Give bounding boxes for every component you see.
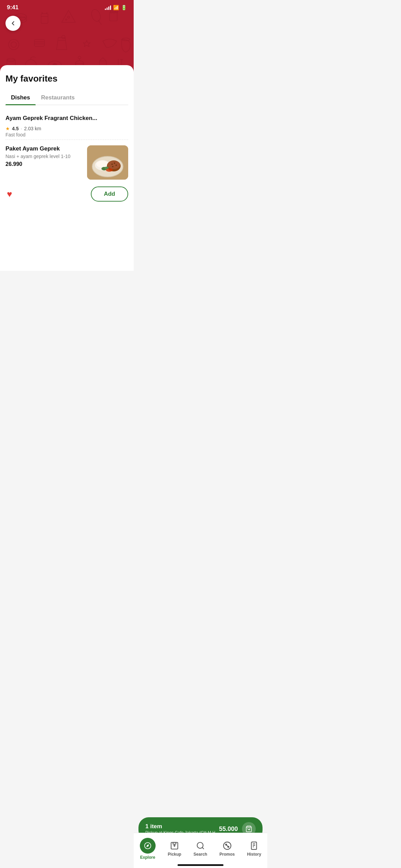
svg-point-7 <box>68 16 70 18</box>
star-icon: ★ <box>5 126 10 131</box>
back-button[interactable] <box>5 16 21 31</box>
svg-point-44 <box>108 161 120 169</box>
svg-point-42 <box>96 161 109 168</box>
status-bar: 9:41 📶 🔋 <box>0 0 134 13</box>
svg-point-46 <box>114 162 115 164</box>
status-time: 9:41 <box>7 4 19 11</box>
svg-point-51 <box>106 168 113 172</box>
svg-point-16 <box>11 42 16 47</box>
svg-point-48 <box>112 166 113 167</box>
svg-point-47 <box>116 165 117 166</box>
add-to-cart-button[interactable]: Add <box>91 186 128 202</box>
restaurant-rating: 4.5 <box>12 126 19 131</box>
signal-icon <box>105 5 111 10</box>
wifi-icon: 📶 <box>113 5 119 10</box>
restaurant-meta: ★ 4.5 · 2.03 km <box>5 126 41 131</box>
dish-item: Paket Ayam Geprek Nasi + ayam geprek lev… <box>5 140 128 185</box>
svg-rect-17 <box>34 39 45 46</box>
svg-point-15 <box>9 39 19 50</box>
svg-point-8 <box>65 19 67 20</box>
svg-rect-11 <box>110 12 117 21</box>
tabs-container: Dishes Restaurants <box>5 91 128 105</box>
dish-actions: ♥ Add <box>5 185 128 207</box>
dish-image <box>87 145 128 180</box>
restaurant-name: Ayam Geprek Fragrant Chicken... <box>5 115 97 122</box>
main-panel: My favorites Dishes Restaurants Ayam Gep… <box>0 65 134 271</box>
dish-price: 26.990 <box>5 161 83 167</box>
svg-point-45 <box>111 164 113 165</box>
dish-info: Paket Ayam Geprek Nasi + ayam geprek lev… <box>5 145 83 167</box>
restaurant-cuisine: Fast food <box>5 132 128 137</box>
battery-icon: 🔋 <box>121 5 127 10</box>
dish-description: Nasi + ayam geprek level 1-10 <box>5 154 83 159</box>
page-title: My favorites <box>5 73 128 84</box>
hero-banner: 9:41 📶 🔋 <box>0 0 134 75</box>
status-icons: 📶 🔋 <box>105 5 127 10</box>
restaurant-header: Ayam Geprek Fragrant Chicken... ★ 4.5 · … <box>5 112 128 140</box>
restaurant-distance: 2.03 km <box>24 126 41 131</box>
separator-dot: · <box>21 126 22 131</box>
tab-restaurants[interactable]: Restaurants <box>36 91 80 105</box>
favorite-button[interactable]: ♥ <box>5 188 13 201</box>
svg-rect-3 <box>41 14 48 23</box>
svg-line-10 <box>98 20 101 25</box>
dish-name: Paket Ayam Geprek <box>5 145 83 152</box>
tab-dishes[interactable]: Dishes <box>5 91 36 105</box>
svg-point-21 <box>62 35 65 39</box>
